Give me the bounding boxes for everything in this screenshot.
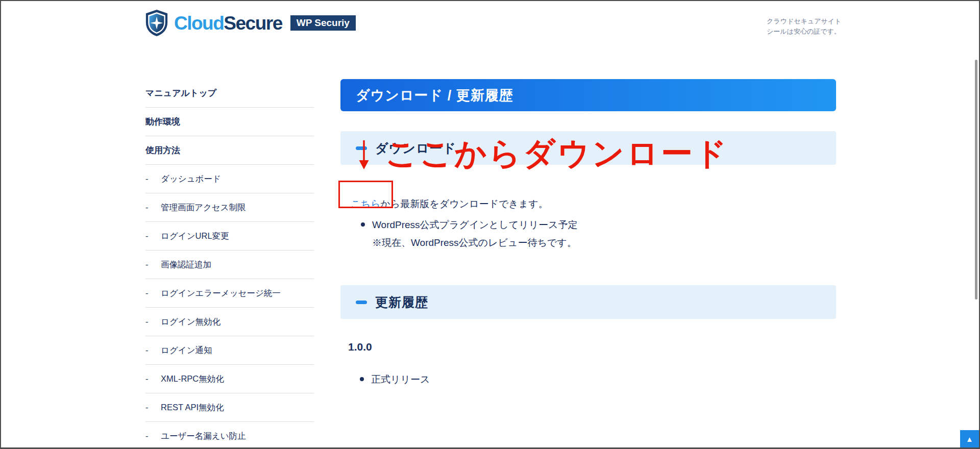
download-bullet-text: WordPress公式プラグインとしてリリース予定 (372, 216, 578, 234)
section-header-history[interactable]: 更新履歴 (340, 285, 836, 319)
logo-wordmark: CloudSecure (174, 14, 282, 33)
sidebar-item[interactable]: 使用方法 (145, 136, 314, 165)
download-section-title: ダウンロード (375, 140, 456, 157)
sidebar-item[interactable]: - ログインエラーメッセージ統一 (145, 279, 314, 308)
version-heading: 1.0.0 (348, 341, 372, 353)
download-bullet-note: ※現在、WordPress公式のレビュー待ちです。 (361, 234, 578, 252)
sidebar-item[interactable]: - 管理画面アクセス制限 (145, 193, 314, 222)
history-bullet-list: 正式リリース (360, 370, 430, 388)
tagline-line2: シールは安心の証です。 (767, 27, 841, 37)
sidebar-item-label: ユーザー名漏えい防止 (161, 431, 246, 442)
list-item: 正式リリース (360, 370, 430, 388)
list-dash-icon: - (145, 317, 161, 327)
page: CloudSecure WP Securiy クラウドセキュアサイト シールは安… (0, 0, 980, 449)
history-section-title: 更新履歴 (375, 294, 428, 311)
logo-cloud-text: Cloud (174, 13, 224, 34)
sidebar-item-label: 管理画面アクセス制限 (161, 202, 246, 213)
collapse-dash-icon (356, 301, 367, 304)
list-dash-icon: - (145, 345, 161, 355)
collapse-dash-icon (356, 146, 367, 150)
page-title-banner: ダウンロード / 更新履歴 (340, 79, 836, 111)
sidebar-item[interactable]: - ユーザー名漏えい防止 (145, 422, 314, 449)
sidebar-item-label: ログインURL変更 (161, 231, 229, 242)
section-header-download[interactable]: ダウンロード (340, 131, 836, 165)
download-paragraph: こちらから最新版をダウンロードできます。 (351, 197, 548, 211)
scroll-to-top-button[interactable]: ▲ (960, 430, 979, 447)
sidebar-item[interactable]: - ログイン通知 (145, 336, 314, 365)
list-dash-icon: - (145, 374, 161, 384)
sidebar-item-label: ログインエラーメッセージ統一 (161, 288, 281, 299)
download-bullet-list: WordPress公式プラグインとしてリリース予定 ※現在、WordPress公… (361, 216, 578, 252)
tagline-line1: クラウドセキュアサイト (767, 16, 841, 27)
up-triangle-icon: ▲ (966, 435, 973, 443)
site-header: CloudSecure WP Securiy クラウドセキュアサイト シールは安… (1, 1, 979, 55)
manual-sidebar-nav: マニュアルトップ 動作環境 使用方法 - ダッシュボード - 管理画面アクセス制… (145, 79, 314, 449)
logo-secure-text: Secure (224, 13, 282, 34)
bullet-dot-icon (360, 377, 364, 381)
sidebar-item[interactable]: 動作環境 (145, 108, 314, 136)
site-logo[interactable]: CloudSecure WP Securiy (144, 9, 356, 37)
sidebar-item[interactable]: - ログイン無効化 (145, 308, 314, 336)
history-bullet-text: 正式リリース (371, 370, 430, 388)
sidebar-item-label: ログイン無効化 (161, 316, 220, 328)
bullet-dot-icon (361, 222, 365, 227)
sidebar-item[interactable]: マニュアルトップ (145, 79, 314, 108)
sidebar-item-label: 画像認証追加 (161, 259, 211, 270)
list-dash-icon: - (145, 260, 161, 269)
header-tagline: クラウドセキュアサイト シールは安心の証です。 (767, 16, 841, 37)
list-dash-icon: - (145, 403, 161, 412)
download-here-link[interactable]: こちら (351, 198, 380, 209)
product-badge: WP Securiy (290, 15, 356, 31)
list-dash-icon: - (145, 231, 161, 241)
list-dash-icon: - (145, 431, 161, 441)
list-item: WordPress公式プラグインとしてリリース予定 (361, 216, 578, 234)
list-dash-icon: - (145, 174, 161, 184)
sidebar-item-label: REST API無効化 (161, 402, 224, 413)
sidebar-item[interactable]: - XML-RPC無効化 (145, 365, 314, 393)
list-dash-icon: - (145, 203, 161, 212)
sidebar-item-label: マニュアルトップ (145, 87, 216, 99)
sidebar-item-label: ダッシュボード (161, 173, 221, 185)
shield-logo-icon (144, 9, 169, 37)
page-title: ダウンロード / 更新履歴 (356, 86, 513, 105)
list-dash-icon: - (145, 288, 161, 298)
sidebar-item[interactable]: - ダッシュボード (145, 165, 314, 193)
sidebar-item-label: ログイン通知 (161, 345, 212, 356)
sidebar-item-label: XML-RPC無効化 (161, 373, 224, 385)
sidebar-item-label: 使用方法 (145, 144, 180, 156)
sidebar-item[interactable]: - REST API無効化 (145, 393, 314, 422)
sidebar-item[interactable]: - 画像認証追加 (145, 251, 314, 279)
download-paragraph-text: から最新版をダウンロードできます。 (380, 198, 548, 209)
scrollbar-thumb[interactable] (975, 60, 977, 300)
sidebar-item-label: 動作環境 (145, 116, 180, 128)
sidebar-item[interactable]: - ログインURL変更 (145, 222, 314, 251)
